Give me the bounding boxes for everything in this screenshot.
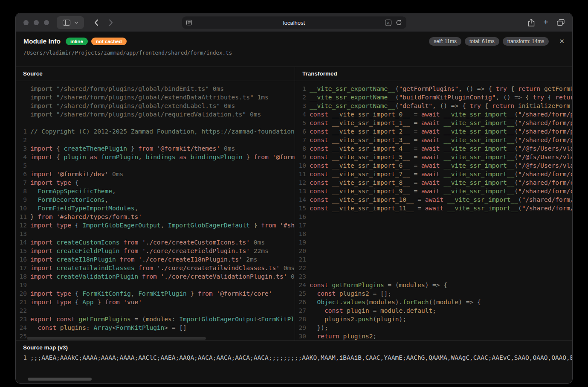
line-number: 22 xyxy=(295,264,306,272)
code-line: 21import type { App } from 'vue' xyxy=(16,298,295,306)
translate-icon[interactable]: A xyxy=(385,19,391,26)
sidebar-toggle-button[interactable] xyxy=(57,16,84,29)
history-nav xyxy=(94,19,113,26)
line-text: const __vite_ssr_import_0__ = await __vi… xyxy=(310,110,572,119)
line-number: 15 xyxy=(295,204,306,212)
code-line: 12import type { ImportGlobEagerOutput, I… xyxy=(16,221,295,230)
code-line: 16 xyxy=(295,212,572,221)
line-number: 22 xyxy=(16,306,27,315)
line-number: 14 xyxy=(16,238,27,247)
line-number: 5 xyxy=(16,161,27,170)
line-number: 21 xyxy=(16,298,27,306)
line-text: __vite_ssr_exportName__("buildFormKitPlu… xyxy=(310,93,572,102)
code-line: 28 plugins2.push(plugin); xyxy=(295,315,572,323)
transformed-pane-title: Transformed xyxy=(295,67,572,81)
tab-overview-button[interactable] xyxy=(557,19,565,26)
line-text: import "/shared/form/plugins/global/requ… xyxy=(30,110,261,119)
line-text: return plugins2; xyxy=(310,332,377,340)
code-line: 2__vite_ssr_exportName__("buildFormKitPl… xyxy=(295,93,572,102)
line-number: 28 xyxy=(295,315,306,323)
timing-badges: self: 11mstotal: 61mstransform: 14ms xyxy=(429,37,549,46)
zoom-window-button[interactable] xyxy=(44,20,49,25)
code-line: 3__vite_ssr_exportName__("default", () =… xyxy=(295,102,572,110)
line-text: import type { ImportGlobEagerOutput, Imp… xyxy=(30,221,295,230)
code-line: 22 xyxy=(16,306,295,315)
transformed-pane: Transformed 1__vite_ssr_exportName__("ge… xyxy=(295,67,572,340)
line-number: 7 xyxy=(295,136,306,144)
line-number: 16 xyxy=(16,255,27,264)
code-line: 4const __vite_ssr_import_0__ = await __v… xyxy=(295,110,572,119)
code-line: 17import createTailwindClasses from './c… xyxy=(16,264,295,272)
reload-button[interactable] xyxy=(396,19,402,26)
line-number: 13 xyxy=(16,230,27,238)
line-number: 2 xyxy=(295,93,306,102)
code-line: 11const __vite_ssr_import_7__ = await __… xyxy=(295,170,572,178)
line-text: const plugins2 = []; xyxy=(310,289,391,298)
line-number: 10 xyxy=(295,161,306,170)
code-line: 23 xyxy=(295,272,572,281)
code-line: 9 FormDecoratorIcons, xyxy=(16,195,295,204)
share-button[interactable] xyxy=(528,18,535,26)
line-text: export const getFormPlugins = (modules: … xyxy=(30,315,295,323)
status-badge: not cached xyxy=(91,38,127,45)
code-line: 26 Object.values(modules).forEach((modul… xyxy=(295,298,572,306)
new-tab-button[interactable]: + xyxy=(543,18,548,26)
line-number xyxy=(16,84,27,93)
line-text: const __vite_ssr_import_4__ = await __vi… xyxy=(310,144,572,153)
line-number: 17 xyxy=(16,264,27,272)
browser-window: localhost A + Module Info inlineno xyxy=(15,13,573,384)
forward-button[interactable] xyxy=(109,19,113,26)
line-text: import createFieldPlugin from './core/cr… xyxy=(30,247,269,255)
code-line: import "/shared/form/plugins/global/exte… xyxy=(16,102,295,110)
code-line: 1__vite_ssr_exportName__("getFormPlugins… xyxy=(295,84,572,93)
code-line: 24 const plugins: Array<FormKitPlugin> =… xyxy=(16,323,295,332)
line-number: 20 xyxy=(295,247,306,255)
source-horizontal-scrollbar[interactable] xyxy=(27,337,206,340)
address-bar[interactable]: localhost A xyxy=(182,16,406,29)
code-line: 18import createValidationPlugin from './… xyxy=(16,272,295,281)
sourcemap-mappings: ;;;AAEA;AAAkC;AAAA;AAAA;AAAA;AAClC;AAEA;… xyxy=(30,353,572,362)
code-line: import "/shared/form/plugins/global/requ… xyxy=(16,110,295,119)
line-text: const __vite_ssr_import_8__ = await __vi… xyxy=(310,178,572,187)
back-button[interactable] xyxy=(94,19,98,26)
sidebar-icon xyxy=(63,20,70,26)
module-info-header: Module Info inlinenot cached self: 11mst… xyxy=(16,32,572,67)
close-window-button[interactable] xyxy=(23,20,29,25)
line-text: plugins2.push(plugin); xyxy=(310,315,406,323)
line-text: const __vite_ssr_import_9__ = await __vi… xyxy=(310,187,572,195)
page-title: Module Info xyxy=(23,38,61,45)
source-code: import "/shared/form/plugins/global/bind… xyxy=(16,81,295,340)
code-line: 16import createI18nPlugin from './core/c… xyxy=(16,255,295,264)
code-line: 7const __vite_ssr_import_3__ = await __v… xyxy=(295,136,572,144)
line-number: 24 xyxy=(295,281,306,289)
close-icon[interactable]: ✕ xyxy=(559,38,565,45)
line-number: 5 xyxy=(295,119,306,127)
code-line: 17 xyxy=(295,221,572,230)
line-text: const getFormPlugins = (modules) => { xyxy=(310,281,447,289)
line-number: 15 xyxy=(16,247,27,255)
line-text: import createCustomIcons from './core/cr… xyxy=(30,238,265,247)
line-number: 19 xyxy=(16,281,27,289)
code-line: 30 return plugins2; xyxy=(295,332,572,340)
line-text: const __vite_ssr_import_2__ = await __vi… xyxy=(310,127,572,136)
line-text: import "/shared/form/plugins/global/exte… xyxy=(30,102,235,110)
line-number: 6 xyxy=(16,170,27,178)
window-controls xyxy=(23,20,49,25)
line-number: 4 xyxy=(295,110,306,119)
line-text: const __vite_ssr_import_7__ = await __vi… xyxy=(310,170,572,178)
line-text: const __vite_ssr_import_5__ = await __vi… xyxy=(310,153,572,161)
line-text: import type { FormKitConfig, FormKitPlug… xyxy=(30,289,272,298)
minimize-window-button[interactable] xyxy=(34,20,39,25)
status-badge: inline xyxy=(66,38,88,45)
page-horizontal-scrollbar[interactable] xyxy=(28,378,92,381)
code-line: 5const __vite_ssr_import_1__ = await __v… xyxy=(295,119,572,127)
line-text: const __vite_ssr_import_11__ = await __v… xyxy=(310,204,572,212)
line-number: 8 xyxy=(295,144,306,153)
code-line: import "/shared/form/plugins/global/exte… xyxy=(16,93,295,102)
line-text: import createI18nPlugin from './core/cre… xyxy=(30,255,258,264)
status-badges: inlinenot cached xyxy=(66,38,127,45)
line-text: const plugins: Array<FormKitPlugin> = [] xyxy=(30,323,187,332)
timing-badge: transform: 14ms xyxy=(503,37,549,46)
transformed-code: 1__vite_ssr_exportName__("getFormPlugins… xyxy=(295,81,572,340)
line-text: }); xyxy=(310,323,328,332)
